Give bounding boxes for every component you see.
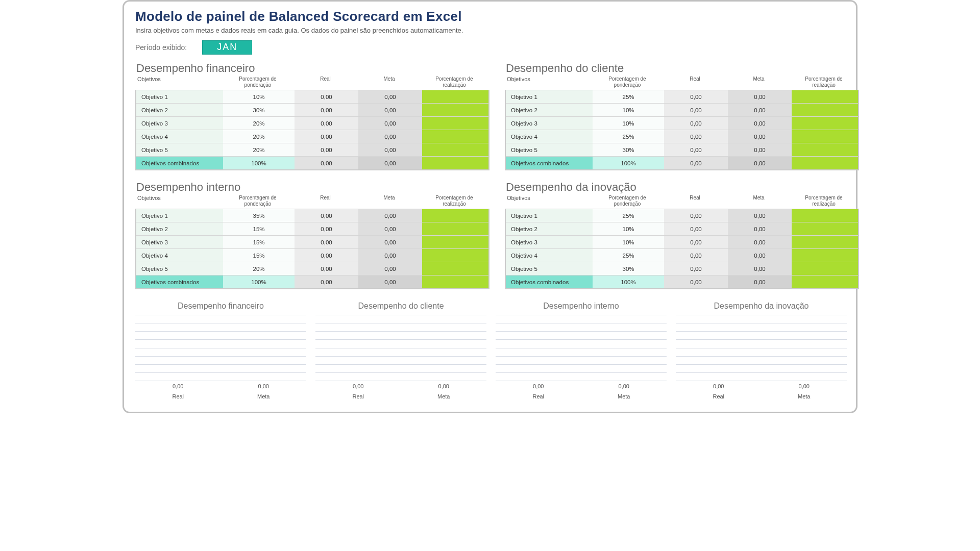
chart-axis-real: Real (496, 393, 581, 399)
cell-ponderacao[interactable]: 35% (223, 209, 295, 222)
cell-real[interactable]: 0,00 (664, 116, 728, 130)
cell-realizacao (422, 130, 488, 143)
cell-ponderacao[interactable]: 25% (593, 90, 664, 103)
cell-objetivo[interactable]: Objetivo 4 (506, 130, 593, 143)
cell-objetivo[interactable]: Objetivo 2 (506, 222, 593, 235)
cell-objetivo[interactable]: Objetivo 4 (136, 248, 223, 262)
cell-ponderacao[interactable]: 25% (593, 248, 664, 262)
cell-ponderacao[interactable]: 15% (223, 248, 295, 262)
cell-objetivo[interactable]: Objetivo 1 (506, 90, 593, 103)
cell-objetivo[interactable]: Objetivo 3 (136, 116, 223, 130)
table-row: Objetivo 425%0,000,00 (506, 130, 858, 143)
cell-meta[interactable]: 0,00 (358, 130, 422, 143)
cell-real[interactable]: 0,00 (664, 130, 728, 143)
cell-real[interactable]: 0,00 (295, 209, 358, 222)
cell-real[interactable]: 0,00 (295, 130, 358, 143)
cell-meta[interactable]: 0,00 (728, 235, 792, 248)
chart-value-real: 0,00 (135, 383, 221, 389)
cell-objetivo[interactable]: Objetivo 2 (136, 103, 223, 116)
cell-real[interactable]: 0,00 (295, 235, 358, 248)
cell-ponderacao[interactable]: 10% (223, 90, 295, 103)
cell-real[interactable]: 0,00 (295, 90, 358, 103)
cell-meta[interactable]: 0,00 (358, 222, 422, 235)
cell-real[interactable]: 0,00 (664, 90, 728, 103)
cell-objetivo[interactable]: Objetivo 5 (136, 262, 223, 275)
cell-meta[interactable]: 0,00 (728, 130, 792, 143)
cell-meta[interactable]: 0,00 (728, 143, 792, 156)
cell-real[interactable]: 0,00 (295, 262, 358, 275)
cell-ponderacao[interactable]: 20% (223, 143, 295, 156)
cell-real-total: 0,00 (664, 275, 728, 288)
cell-objetivo[interactable]: Objetivo 2 (506, 103, 593, 116)
cell-meta[interactable]: 0,00 (728, 222, 792, 235)
period-selector[interactable]: JAN (202, 40, 252, 55)
col-ponderacao: Porcentagem de ponderação (222, 75, 293, 89)
cell-ponderacao[interactable]: 30% (223, 103, 295, 116)
chart-grid-line (135, 348, 306, 348)
cell-real[interactable]: 0,00 (295, 143, 358, 156)
cell-realizacao (792, 90, 858, 103)
table-row: Objetivo 315%0,000,00 (136, 235, 488, 248)
cell-ponderacao[interactable]: 25% (593, 209, 664, 222)
cell-ponderacao[interactable]: 20% (223, 130, 295, 143)
cell-ponderacao[interactable]: 15% (223, 235, 295, 248)
cell-real[interactable]: 0,00 (664, 103, 728, 116)
cell-real[interactable]: 0,00 (664, 143, 728, 156)
cell-objetivo[interactable]: Objetivo 5 (136, 143, 223, 156)
cell-ponderacao[interactable]: 30% (593, 143, 664, 156)
chart: Desempenho da inovação0,000,00RealMeta (676, 299, 847, 399)
section-cliente: Desempenho do clienteObjetivosPorcentage… (505, 60, 859, 170)
cell-objetivo[interactable]: Objetivo 1 (506, 209, 593, 222)
cell-objetivo[interactable]: Objetivo 4 (136, 130, 223, 143)
cell-ponderacao[interactable]: 10% (593, 235, 664, 248)
cell-meta[interactable]: 0,00 (728, 103, 792, 116)
score-table: Objetivo 125%0,000,00Objetivo 210%0,000,… (505, 90, 859, 170)
cell-meta[interactable]: 0,00 (358, 262, 422, 275)
cell-meta-total: 0,00 (728, 275, 792, 288)
cell-meta[interactable]: 0,00 (358, 235, 422, 248)
cell-real[interactable]: 0,00 (664, 248, 728, 262)
cell-objetivo[interactable]: Objetivo 3 (506, 235, 593, 248)
chart-grid-line (496, 381, 667, 381)
cell-meta[interactable]: 0,00 (358, 116, 422, 130)
cell-objetivo[interactable]: Objetivo 2 (136, 222, 223, 235)
cell-meta[interactable]: 0,00 (728, 209, 792, 222)
cell-meta[interactable]: 0,00 (728, 90, 792, 103)
cell-ponderacao[interactable]: 25% (593, 130, 664, 143)
cell-meta[interactable]: 0,00 (358, 248, 422, 262)
cell-objetivo[interactable]: Objetivo 1 (136, 209, 223, 222)
cell-objetivo[interactable]: Objetivo 3 (136, 235, 223, 248)
cell-real[interactable]: 0,00 (664, 209, 728, 222)
cell-real[interactable]: 0,00 (664, 235, 728, 248)
cell-real[interactable]: 0,00 (295, 103, 358, 116)
cell-objetivo[interactable]: Objetivo 1 (136, 90, 223, 103)
score-table: Objetivo 110%0,000,00Objetivo 230%0,000,… (135, 90, 489, 170)
cell-ponderacao[interactable]: 15% (223, 222, 295, 235)
cell-ponderacao[interactable]: 10% (593, 222, 664, 235)
cell-objetivo[interactable]: Objetivo 5 (506, 262, 593, 275)
cell-ponderacao[interactable]: 30% (593, 262, 664, 275)
cell-real[interactable]: 0,00 (664, 222, 728, 235)
chart-value-meta: 0,00 (762, 383, 847, 389)
cell-meta[interactable]: 0,00 (358, 143, 422, 156)
cell-meta[interactable]: 0,00 (728, 116, 792, 130)
cell-meta[interactable]: 0,00 (358, 209, 422, 222)
cell-objetivo[interactable]: Objetivo 5 (506, 143, 593, 156)
cell-meta[interactable]: 0,00 (358, 90, 422, 103)
cell-real[interactable]: 0,00 (664, 262, 728, 275)
cell-real[interactable]: 0,00 (295, 248, 358, 262)
cell-real[interactable]: 0,00 (295, 116, 358, 130)
cell-realizacao (792, 130, 858, 143)
cell-meta[interactable]: 0,00 (728, 262, 792, 275)
cell-objetivo[interactable]: Objetivo 4 (506, 248, 593, 262)
cell-meta-total: 0,00 (358, 156, 422, 169)
cell-ponderacao[interactable]: 10% (593, 103, 664, 116)
cell-meta[interactable]: 0,00 (728, 248, 792, 262)
cell-meta[interactable]: 0,00 (358, 103, 422, 116)
table-row: Objetivo 520%0,000,00 (136, 262, 488, 275)
cell-objetivo[interactable]: Objetivo 3 (506, 116, 593, 130)
cell-ponderacao[interactable]: 20% (223, 116, 295, 130)
cell-ponderacao[interactable]: 10% (593, 116, 664, 130)
cell-real[interactable]: 0,00 (295, 222, 358, 235)
cell-ponderacao[interactable]: 20% (223, 262, 295, 275)
